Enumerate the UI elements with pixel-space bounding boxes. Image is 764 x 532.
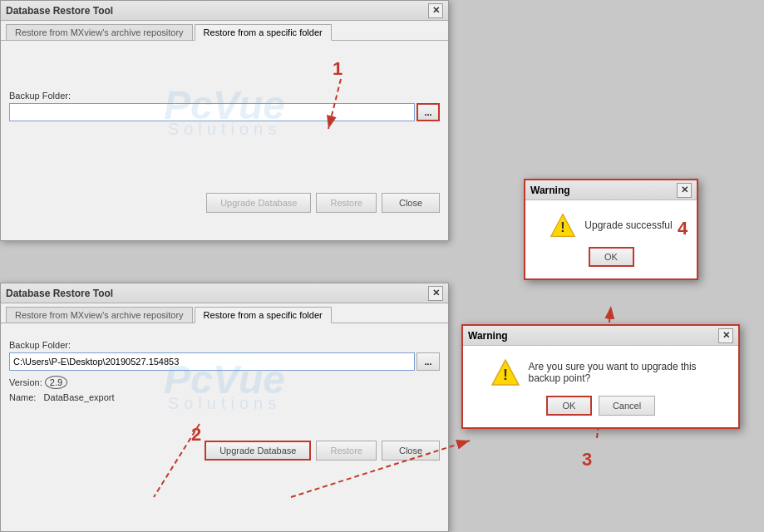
window2-restore-button[interactable]: Restore [316,441,377,461]
database-restore-window-2: Database Restore Tool ✕ Restore from MXv… [0,283,449,532]
success-dialog-buttons: OK [589,247,634,267]
svg-text:!: ! [503,367,508,383]
warning-icon-confirm: ! [490,357,520,387]
watermark-solutions-1: Solutions [168,120,281,138]
warning-icon-success: ! [550,212,576,239]
success-dialog-body: ! Upgrade successful OK [525,200,697,278]
window1-button-row: Upgrade Database Restore Close [9,188,440,218]
window2-tab-bar: Restore from MXview's archive repository… [1,303,448,323]
confirm-dialog-buttons: OK Cancel [546,396,655,416]
window2-upgrade-button[interactable]: Upgrade Database [205,441,311,461]
window2-tab1[interactable]: Restore from MXview's archive repository [6,307,193,323]
window1-close-button[interactable]: Close [382,193,440,213]
confirm-ok-button[interactable]: OK [546,396,592,416]
success-dialog: Warning ✕ ! Upgrade successful OK [524,179,698,280]
success-dialog-message: Upgrade successful [584,219,672,231]
step3-label: 3 [582,449,592,470]
window1-backup-label: Backup Folder: [9,91,440,101]
window2-titlebar: Database Restore Tool ✕ [1,283,448,303]
window1-titlebar: Database Restore Tool ✕ [1,1,448,21]
window2-backup-label: Backup Folder: [9,340,440,350]
window2-close-icon[interactable]: ✕ [428,286,443,301]
window2-version-value: 2.9 [45,376,67,389]
window1-tab1[interactable]: Restore from MXview's archive repository [6,24,193,40]
window1-body: PcVue Solutions Backup Folder: ... Upgra… [1,41,448,240]
window2-name-value: DataBase_export [44,392,115,402]
database-restore-window-1: Database Restore Tool ✕ Restore from MXv… [0,0,449,241]
confirm-cancel-button[interactable]: Cancel [599,396,655,416]
window2-browse-button[interactable]: ... [417,352,440,371]
window2-version-label: Version: [9,377,42,387]
window1-tab2[interactable]: Restore from a specific folder [195,24,332,41]
window2-title: Database Restore Tool [6,288,113,299]
confirm-dialog-titlebar: Warning ✕ [463,326,738,346]
window1-upgrade-button[interactable]: Upgrade Database [206,193,311,213]
window1-browse-button[interactable]: ... [417,103,440,121]
confirm-dialog-body: ! Are you sure you want to upgrade this … [463,346,738,427]
confirm-dialog: Warning ✕ ! Are you sure you want to upg… [461,324,740,429]
success-dialog-title: Warning [530,185,570,196]
window1-restore-button[interactable]: Restore [316,193,377,213]
svg-text:!: ! [561,220,565,234]
window2-version-row: Version: 2.9 [9,376,440,389]
confirm-dialog-title: Warning [468,330,508,342]
success-dialog-close-icon[interactable]: ✕ [677,183,692,198]
window2-name-label: Name: [9,392,36,402]
window1-input-row: ... [9,103,440,121]
success-dialog-titlebar: Warning ✕ [525,180,697,200]
window2-name-row: Name: DataBase_export [9,392,440,402]
window1-tab-bar: Restore from MXview's archive repository… [1,21,448,41]
window1-title: Database Restore Tool [6,5,113,17]
success-dialog-content: ! Upgrade successful [550,212,672,239]
window2-backup-input[interactable] [9,352,415,371]
window2-tab2[interactable]: Restore from a specific folder [195,307,332,323]
window2-close-button[interactable]: Close [382,441,440,461]
window2-input-row: ... [9,352,440,371]
success-ok-button[interactable]: OK [589,247,634,267]
window1-close-icon[interactable]: ✕ [428,3,443,18]
confirm-dialog-message: Are you sure you want to upgrade this ba… [529,361,712,384]
confirm-dialog-close-icon[interactable]: ✕ [718,328,733,343]
window1-backup-input[interactable] [9,103,415,121]
confirm-dialog-content: ! Are you sure you want to upgrade this … [490,357,712,387]
window2-body: PcVue Solutions Backup Folder: ... Versi… [1,323,448,531]
window2-button-row: Upgrade Database Restore Close [9,436,440,466]
